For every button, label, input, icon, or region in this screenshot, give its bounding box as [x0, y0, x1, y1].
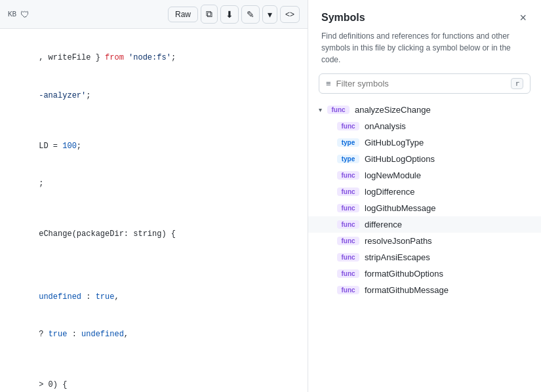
- code-line: ;: [0, 165, 308, 203]
- edit-button[interactable]: ✎: [241, 5, 260, 24]
- close-button[interactable]: ×: [518, 10, 528, 25]
- func-badge: func: [337, 171, 359, 180]
- symbol-name: resolveJsonPaths: [365, 236, 432, 246]
- filter-container: ≡ r: [308, 73, 541, 102]
- symbol-item-onAnalysis[interactable]: func onAnalysis: [308, 118, 541, 134]
- code-line: [0, 253, 308, 265]
- symbol-item-GitHubLogType[interactable]: type GitHubLogType: [308, 134, 541, 151]
- edit-chevron-button[interactable]: ▾: [262, 5, 277, 24]
- raw-button[interactable]: Raw: [168, 7, 198, 22]
- symbol-item-logDifference[interactable]: func logDifference: [308, 184, 541, 200]
- symbol-name: stripAnsiEscapes: [365, 252, 430, 262]
- filter-input-wrapper: ≡ r: [319, 73, 531, 94]
- code-line: [0, 203, 308, 215]
- symbol-name: logDifference: [365, 187, 414, 197]
- symbols-list: ▾ func analyzeSizeChange func onAnalysis…: [308, 102, 541, 392]
- symbol-item-stripAnsiEscapes[interactable]: func stripAnsiEscapes: [308, 249, 541, 265]
- shield-icon: 🛡: [20, 9, 30, 20]
- symbol-item-analyzeSizeChange[interactable]: ▾ func analyzeSizeChange: [308, 102, 541, 118]
- symbols-toggle-button[interactable]: <>: [280, 6, 300, 23]
- symbol-name: formatGithubOptions: [365, 269, 443, 279]
- toolbar-right: Raw ⧉ ⬇ ✎ ▾ <>: [168, 5, 300, 24]
- filter-symbols-input[interactable]: [336, 79, 506, 88]
- code-line: eChange(packageDir: string) {: [0, 216, 308, 254]
- symbols-header: Symbols ×: [308, 0, 541, 30]
- symbol-name: analyzeSizeChange: [355, 105, 431, 115]
- symbol-item-GitHubLogOptions[interactable]: type GitHubLogOptions: [308, 151, 541, 167]
- symbol-name: logGithubMessage: [365, 203, 435, 213]
- symbols-title: Symbols: [321, 12, 365, 24]
- code-symbol-icon: <>: [285, 10, 294, 19]
- copy-icon: ⧉: [206, 9, 212, 20]
- chevron-down-icon: ▾: [319, 106, 322, 113]
- code-line: -analyzer';: [0, 77, 308, 115]
- code-toolbar: KB 🛡 Raw ⧉ ⬇ ✎ ▾ <>: [0, 0, 308, 29]
- copy-button[interactable]: ⧉: [201, 5, 218, 24]
- code-line: [0, 115, 308, 127]
- download-icon: ⬇: [226, 9, 233, 20]
- code-content: , writeFile } from 'node:fs'; -analyzer'…: [0, 29, 308, 392]
- func-badge: func: [337, 220, 359, 229]
- pencil-icon: ✎: [247, 9, 254, 20]
- code-line: ? true : undefined,: [0, 316, 308, 354]
- func-badge: func: [337, 122, 359, 130]
- func-badge: func: [337, 237, 359, 245]
- code-line: undefined : true,: [0, 279, 308, 317]
- func-badge: func: [337, 204, 359, 212]
- code-line: [0, 354, 308, 366]
- func-badge: func: [337, 286, 359, 294]
- code-line: [0, 265, 308, 278]
- kb-badge: KB: [8, 10, 16, 18]
- type-badge: type: [337, 155, 359, 163]
- download-button[interactable]: ⬇: [220, 5, 239, 24]
- chevron-down-icon: ▾: [268, 9, 272, 20]
- code-line: , writeFile } from 'node:fs';: [0, 39, 308, 77]
- code-line: LD = 100;: [0, 127, 308, 165]
- symbol-name: difference: [365, 220, 402, 229]
- symbols-description: Find definitions and references for func…: [308, 30, 541, 73]
- symbol-item-logGithubMessage[interactable]: func logGithubMessage: [308, 200, 541, 216]
- type-badge: type: [337, 138, 359, 147]
- symbol-item-formatGithubMessage[interactable]: func formatGithubMessage: [308, 282, 541, 298]
- toolbar-left: KB 🛡: [8, 9, 164, 20]
- code-line: > 0) {: [0, 366, 308, 392]
- code-panel: KB 🛡 Raw ⧉ ⬇ ✎ ▾ <> , w: [0, 0, 308, 392]
- func-badge: func: [337, 269, 359, 278]
- symbol-item-logNewModule[interactable]: func logNewModule: [308, 167, 541, 184]
- func-badge: func: [327, 106, 350, 114]
- func-badge: func: [337, 187, 359, 196]
- filter-shortcut: r: [511, 78, 523, 89]
- symbol-name: logNewModule: [365, 170, 421, 180]
- symbol-name: onAnalysis: [365, 121, 406, 131]
- symbol-item-difference[interactable]: func difference: [308, 216, 541, 233]
- symbol-item-resolveJsonPaths[interactable]: func resolveJsonPaths: [308, 233, 541, 249]
- symbol-name: formatGithubMessage: [365, 285, 449, 295]
- symbol-item-formatGithubOptions[interactable]: func formatGithubOptions: [308, 265, 541, 282]
- filter-icon: ≡: [326, 79, 331, 88]
- func-badge: func: [337, 253, 359, 262]
- symbol-name: GitHubLogOptions: [365, 154, 435, 164]
- symbols-panel: Symbols × Find definitions and reference…: [308, 0, 541, 392]
- symbol-name: GitHubLogType: [365, 138, 424, 147]
